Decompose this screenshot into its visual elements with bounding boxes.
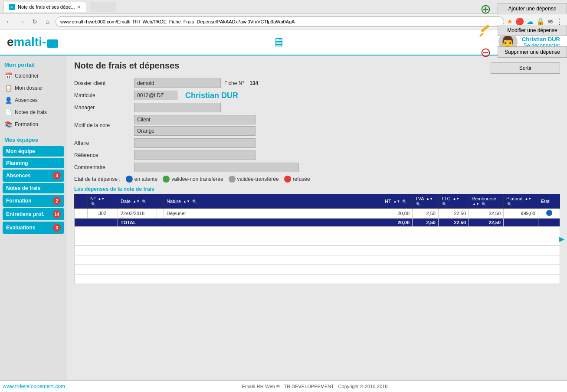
table-total-row: TOTAL 20,00 2,50 22,50 22,50: [75, 219, 560, 227]
total-plafond: [504, 219, 538, 227]
form-row-reference: Référence: [74, 150, 560, 160]
fiche-number: 134: [249, 80, 258, 86]
total-label: TOTAL: [118, 219, 382, 227]
table-section-title: Les dépenses de la note de frais: [74, 186, 560, 192]
sidebar-item-label: Calendrier: [15, 73, 39, 79]
footer-copyright: Emalti-RH-Web ® - TR DEVELOPPEMENT - Cop…: [242, 384, 388, 389]
dossier-input[interactable]: [134, 78, 221, 88]
cell-plafond: 999,00: [504, 209, 538, 219]
cell-tva: 2,50: [413, 209, 439, 219]
affaire-input[interactable]: [134, 138, 256, 148]
total-ttc: 22,50: [439, 219, 469, 227]
col-header-ttc: TTC ▲▼ 🔍: [439, 194, 469, 209]
motif-input2[interactable]: [134, 126, 256, 136]
motif-input1[interactable]: [134, 115, 256, 124]
footer-link[interactable]: www.trdeveloppement.com: [3, 383, 65, 389]
validee-trans-label: validée-transférée: [237, 176, 279, 182]
status-en-attente: en attente: [126, 176, 157, 183]
col-header-rembourse: Remboursé ▲▼ 🔍: [469, 194, 504, 209]
status-validee-non: validée-non transférée: [163, 176, 223, 183]
filter-icon-plafond[interactable]: 🔍: [507, 202, 512, 206]
sidebar-item-absences[interactable]: 👤 Absences: [0, 94, 67, 106]
page-title: Note de frais et dépenses: [74, 61, 179, 71]
sort-icon-plafond[interactable]: ▲▼: [524, 197, 531, 201]
reference-input[interactable]: [134, 150, 256, 160]
sidebar-item-notes-frais[interactable]: 📄 Notes de frais: [0, 106, 67, 118]
filter-icon-date[interactable]: 🔍: [142, 199, 147, 204]
sort-icon-rembourse[interactable]: ▲▼: [472, 203, 479, 206]
matricule-label: Matricule: [74, 92, 131, 98]
sidebar-item-calendrier[interactable]: 📅 Calendrier: [0, 70, 67, 82]
content-area: Note de frais et dépenses Sortir Dossier…: [67, 56, 567, 380]
sidebar-mes-equipes-section: Mes équipes Mon équipe Planning Absences…: [0, 134, 67, 234]
sort-icon-nature[interactable]: ▲▼: [183, 200, 190, 203]
sidebar-item-formation[interactable]: 📚 Formation: [0, 118, 67, 131]
team-btn-formation[interactable]: Formation 2: [3, 195, 64, 207]
table-row[interactable]: 302 22/03/2018 Déjeuner 20,00 2,50 22,50…: [75, 209, 560, 219]
team-btn-entretiens[interactable]: Entretiens prof. 14: [3, 208, 64, 220]
form-row-affaire: Affaire: [74, 138, 560, 148]
main-content-inner: Dossier client Fiche N° 134 Matricule Ch…: [74, 78, 560, 284]
etat-label: Etat de la dépense :: [74, 176, 121, 182]
sidebar-mon-portail-title[interactable]: Mon portail: [0, 59, 67, 70]
sidebar-item-label: Formation: [15, 121, 38, 127]
formation-badge: 2: [53, 197, 61, 205]
header-center: 🖥: [272, 35, 285, 49]
en-attente-label: en attente: [134, 176, 157, 182]
app-footer: www.trdeveloppement.com Emalti-RH-Web ® …: [0, 380, 567, 392]
dossier-label: Dossier client: [74, 80, 131, 86]
table-container: N° ▲▼ 🔍 Date ▲▼ 🔍: [74, 194, 560, 284]
team-btn-notes-frais[interactable]: Notes de frais: [3, 183, 64, 193]
supprimer-button[interactable]: Supprimer une dépense: [498, 56, 567, 58]
filter-icon-tva[interactable]: 🔍: [416, 202, 421, 206]
forward-button[interactable]: →: [16, 16, 27, 27]
cell-num: 302: [88, 209, 109, 219]
col-header-date: [109, 194, 118, 209]
total-ht: 20,00: [382, 219, 413, 227]
team-btn-absences[interactable]: Absences 4: [3, 170, 64, 182]
refusee-label: refusée: [293, 176, 310, 182]
scroll-right-arrow[interactable]: ►: [557, 234, 566, 244]
logo-area: emalti-rh: [7, 35, 58, 49]
reload-button[interactable]: ↻: [29, 16, 40, 27]
tab-favicon: e: [9, 4, 15, 10]
sort-icon-date[interactable]: ▲▼: [133, 200, 140, 203]
team-btn-mon-equipe[interactable]: Mon équipe: [3, 146, 64, 157]
back-button[interactable]: ←: [3, 16, 14, 27]
col-header-arrow: [75, 194, 88, 209]
sort-icon-ht[interactable]: ▲▼: [393, 200, 400, 203]
filter-icon-nature[interactable]: 🔍: [192, 199, 197, 204]
tab-close-button[interactable]: ✕: [77, 5, 81, 10]
logo-rh: rh: [47, 39, 58, 48]
filter-icon-rembourse[interactable]: 🔍: [482, 202, 486, 206]
validee-non-dot: [163, 176, 170, 183]
sort-icon-ttc[interactable]: ▲▼: [452, 197, 459, 201]
commentaire-input[interactable]: [134, 163, 299, 172]
col-header-date2: Date ▲▼ 🔍: [118, 194, 157, 209]
team-btn-planning[interactable]: Planning: [3, 158, 64, 168]
formation-icon: 📚: [4, 121, 12, 128]
filter-icon[interactable]: 🔍: [91, 202, 96, 206]
cell-ttc: 22,50: [439, 209, 469, 219]
header-icon: 🖥: [272, 35, 285, 49]
sort-icon[interactable]: ▲▼: [98, 197, 105, 201]
table-row-empty3: [75, 246, 560, 255]
filter-icon-ttc[interactable]: 🔍: [442, 202, 447, 206]
total-etat: [538, 219, 560, 227]
sortir-button[interactable]: Sortir: [491, 62, 560, 74]
address-bar[interactable]: [56, 16, 504, 27]
total-rembourse: 22,50: [469, 219, 504, 227]
sort-icon-tva[interactable]: ▲▼: [426, 197, 433, 201]
team-btn-evaluations[interactable]: Evaluations 3: [3, 222, 64, 234]
matricule-input[interactable]: [134, 91, 177, 100]
sidebar-item-label: Mon dossier: [15, 85, 43, 91]
browser-tab[interactable]: e Note de frais et ses dépe... ✕: [3, 2, 86, 12]
form-row-motif: Motif de la note: [74, 115, 560, 136]
sidebar-item-label: Notes de frais: [15, 109, 47, 115]
home-button[interactable]: ⌂: [43, 16, 53, 27]
form-row-dossier: Dossier client Fiche N° 134: [74, 78, 560, 88]
filter-icon-ht[interactable]: 🔍: [402, 199, 407, 204]
manager-input[interactable]: [134, 103, 221, 112]
sidebar-item-mon-dossier[interactable]: 📋 Mon dossier: [0, 82, 67, 94]
status-refusee: refusée: [284, 176, 310, 183]
